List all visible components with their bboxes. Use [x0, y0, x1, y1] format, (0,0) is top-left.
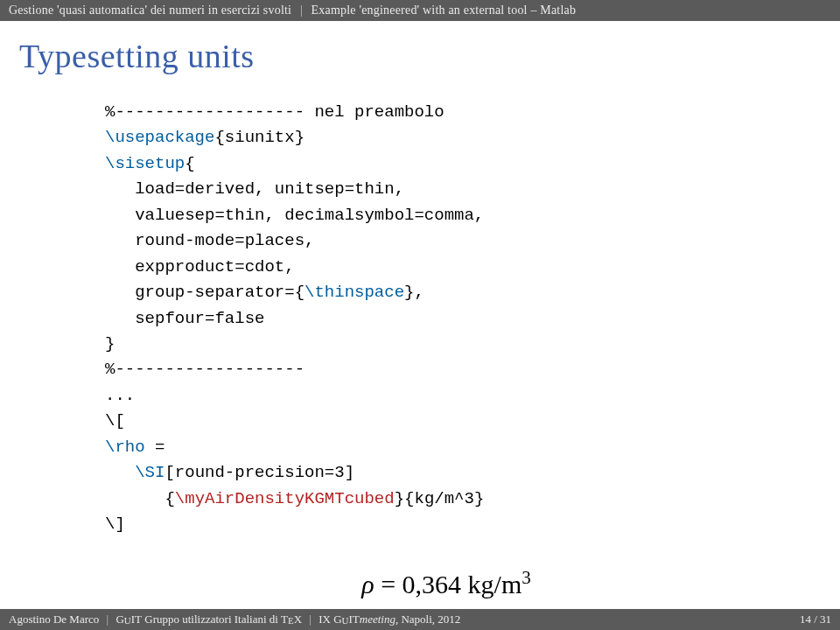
guit-logo: GUIT	[333, 612, 360, 626]
vertical-bar-icon: |	[300, 4, 303, 17]
code-line: group-separator={\thinspace},	[105, 283, 424, 302]
breadcrumb: Gestione 'quasi automatica' dei numeri i…	[0, 0, 840, 21]
code-line: \[	[105, 411, 125, 430]
code-line: }	[105, 334, 115, 354]
equation-unit: kg/m3	[468, 570, 531, 598]
equation-value: 0,364	[402, 570, 462, 598]
code-line: \rho =	[105, 438, 164, 457]
latex-command: \sisetup	[105, 154, 185, 173]
latex-command: \SI	[135, 463, 164, 482]
code-line: %------------------- nel preambolo	[105, 102, 444, 122]
breadcrumb-item-1: Gestione 'quasi automatica' dei numeri i…	[9, 4, 291, 17]
slide-body: %------------------- nel preambolo \usep…	[0, 82, 840, 609]
footer-group: Gruppo utilizzatori Italiani di T	[144, 612, 288, 626]
vertical-bar-icon: |	[107, 612, 109, 626]
code-line: expproduct=cdot,	[105, 257, 295, 276]
footer-right: 14 / 31	[800, 612, 831, 626]
code-line: \]	[105, 514, 125, 534]
guit-logo: GUIT	[116, 612, 142, 626]
slide: Gestione 'quasi automatica' dei numeri i…	[0, 0, 840, 630]
latex-macro: \myAirDensityKGMTcubed	[175, 489, 395, 508]
footer: Agostino De Marco | GUIT Gruppo utilizza…	[0, 609, 840, 630]
latex-command: \usepackage	[105, 128, 214, 147]
equation-equals: =	[374, 570, 402, 598]
code-line: \SI[round-precision=3]	[105, 463, 354, 482]
equation-lhs: ρ	[361, 570, 374, 598]
page-number: 14 / 31	[800, 612, 831, 626]
footer-meeting: IX GUITmeeting, Napoli, 2012	[318, 612, 460, 626]
code-line: \sisetup{	[105, 154, 195, 173]
code-line: valuesep=thin, decimalsymbol=comma,	[105, 206, 484, 225]
code-line: {\myAirDensityKGMTcubed}{kg/m^3}	[105, 489, 484, 508]
code-line: %-------------------	[105, 360, 304, 379]
vertical-bar-icon: |	[309, 612, 312, 626]
code-line: sepfour=false	[105, 309, 264, 328]
code-line: \usepackage{siunitx}	[105, 128, 304, 147]
footer-left: Agostino De Marco | GUIT Gruppo utilizza…	[9, 612, 460, 626]
code-line: load=derived, unitsep=thin,	[105, 179, 404, 199]
code-line: ...	[105, 386, 135, 405]
latex-command: \rho	[105, 438, 145, 457]
code-line: round-mode=places,	[105, 231, 314, 250]
math-equation: ρ = 0,364 kg/m3	[105, 567, 788, 599]
footer-author: Agostino De Marco	[9, 612, 99, 626]
page-title: Typesetting units	[19, 37, 840, 75]
latex-command: \thinspace	[304, 283, 404, 302]
code-block: %------------------- nel preambolo \usep…	[105, 100, 788, 537]
breadcrumb-item-2: Example 'engineered' with an external to…	[312, 4, 577, 17]
